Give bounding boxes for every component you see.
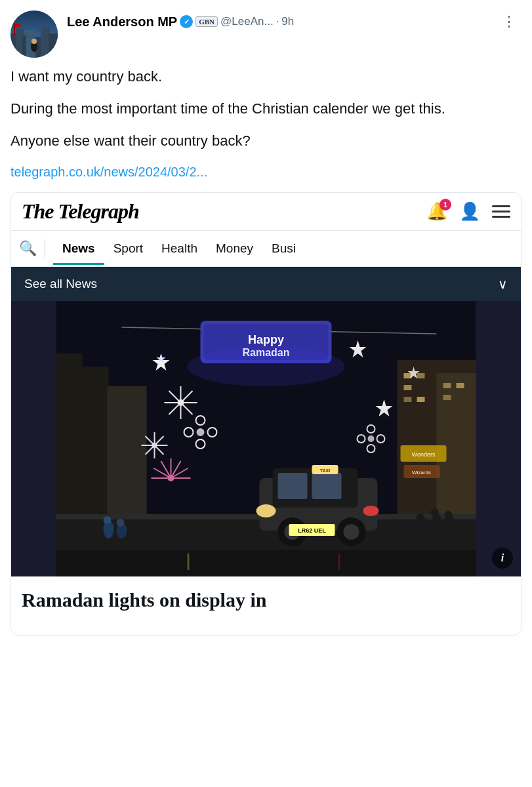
svg-point-80 [188,347,345,386]
telegraph-header: The Telegraph 🔔 1 👤 [11,193,521,231]
nav-item-news[interactable]: News [53,232,104,265]
svg-rect-25 [443,395,451,400]
svg-point-82 [417,514,424,521]
svg-point-86 [445,511,453,519]
svg-point-33 [363,506,379,516]
tweet-body: I want my country back. During the most … [10,66,522,182]
svg-point-32 [256,504,276,517]
nav-divider [45,239,45,258]
tweet-handle[interactable]: @LeeAn... [220,15,274,28]
tweet-dot: · [276,15,279,28]
nav-item-business[interactable]: Busi [262,232,305,265]
info-button[interactable]: i [492,548,513,569]
svg-text:Wizards: Wizards [412,470,431,475]
tweet-line2: During the most important time of the Ch… [10,98,522,119]
svg-rect-31 [312,473,342,499]
user-icon[interactable]: 👤 [459,201,480,222]
svg-rect-24 [457,383,464,388]
nav-item-sport[interactable]: Sport [104,232,152,265]
svg-text:TAXI: TAXI [320,468,330,473]
svg-text:Happy: Happy [248,333,284,346]
gbn-badge: GBN [195,16,218,27]
telegraph-header-icons: 🔔 1 👤 [426,201,510,222]
svg-text:LR62 UEL: LR62 UEL [298,527,326,534]
news-image: LR62 UEL TAXI Happy Ramadan [11,301,521,576]
svg-rect-93 [338,554,340,570]
notification-badge: 1 [440,199,451,211]
svg-rect-9 [15,24,20,27]
nav-items: News Sport Health Money Busi [53,232,305,265]
tweet-link[interactable]: telegraph.co.uk/news/2024/03/2... [10,162,522,182]
svg-point-60 [152,443,157,448]
svg-rect-7 [49,33,58,58]
telegraph-logo[interactable]: The Telegraph [22,199,139,224]
svg-rect-20 [404,385,412,390]
verified-badge: ✓ [180,15,193,28]
svg-point-73 [168,475,174,481]
svg-rect-92 [188,554,190,570]
svg-rect-15 [56,353,83,380]
avatar[interactable] [10,10,58,58]
tweet-line1: I want my country back. [10,66,522,87]
tweet-author-name[interactable]: Lee Anderson MP [67,14,177,30]
svg-point-79 [368,435,375,442]
svg-point-65 [197,428,205,436]
telegraph-card: The Telegraph 🔔 1 👤 🔍 News [10,192,522,636]
news-headline[interactable]: Ramadan lights on display in [11,576,521,615]
see-all-news-label: See all News [24,277,97,291]
svg-rect-6 [41,27,50,58]
svg-text:Wonders: Wonders [412,451,436,458]
svg-rect-19 [417,373,425,378]
chevron-down-icon: ∨ [498,276,508,292]
svg-rect-22 [417,397,425,402]
telegraph-nav: 🔍 News Sport Health Money Busi [11,231,521,267]
svg-rect-30 [278,473,308,499]
see-all-news-bar[interactable]: See all News ∨ [11,267,521,301]
tweet-name-row: Lee Anderson MP ✓ GBN @LeeAn... · 9h ⋮ [67,10,522,33]
svg-rect-91 [56,550,476,576]
tweet-line3: Anyone else want their country back? [10,130,522,151]
headline-fade [11,615,521,635]
nav-item-health[interactable]: Health [152,232,207,265]
hamburger-line-1 [492,205,510,207]
tweet-header: Lee Anderson MP ✓ GBN @LeeAn... · 9h ⋮ [10,10,522,58]
svg-rect-23 [443,383,451,388]
svg-point-84 [431,508,439,516]
svg-point-37 [344,524,359,540]
more-options-button[interactable]: ⋮ [497,10,522,33]
hamburger-line-3 [492,216,510,218]
search-icon[interactable]: 🔍 [19,231,37,266]
svg-rect-21 [404,397,412,402]
svg-point-55 [178,399,184,406]
tweet-container: Lee Anderson MP ✓ GBN @LeeAn... · 9h ⋮ I… [0,0,532,636]
tweet-user-info: Lee Anderson MP ✓ GBN @LeeAn... · 9h ⋮ [67,10,522,33]
nav-item-money[interactable]: Money [207,232,262,265]
hamburger-line-2 [492,211,510,212]
tweet-time: 9h [281,15,294,28]
hamburger-menu-icon[interactable] [492,205,510,218]
bell-icon-wrap[interactable]: 🔔 1 [426,201,447,222]
svg-point-88 [104,516,112,524]
svg-point-11 [31,39,37,44]
svg-rect-8 [14,24,15,35]
svg-point-90 [117,519,125,527]
